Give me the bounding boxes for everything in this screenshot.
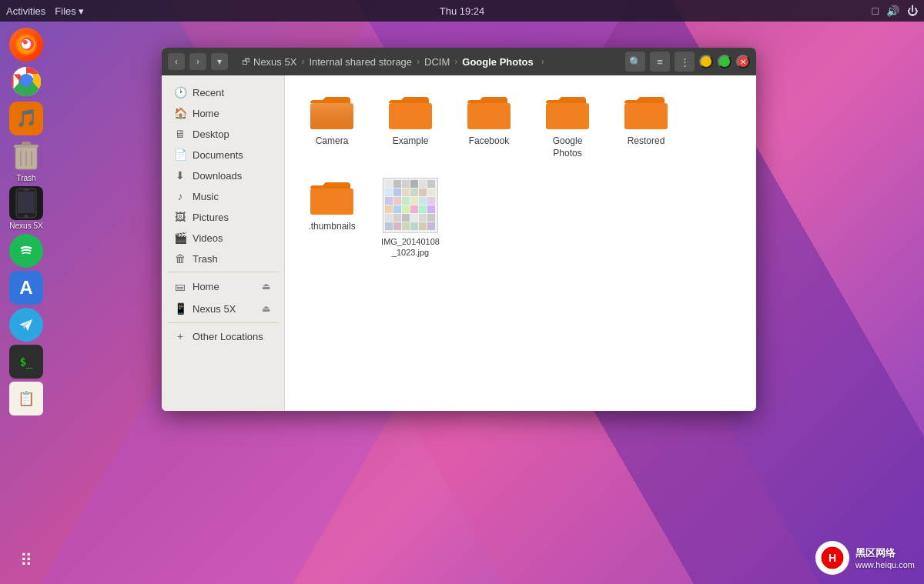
window-minimize-button[interactable] bbox=[699, 55, 713, 68]
chrome-icon bbox=[9, 65, 43, 98]
sidebar-divider-1 bbox=[168, 272, 278, 272]
svg-rect-37 bbox=[393, 197, 401, 205]
google-photos-folder-icon bbox=[544, 92, 591, 132]
activities-button[interactable]: Activities bbox=[6, 5, 45, 17]
svg-rect-22 bbox=[310, 189, 353, 215]
svg-rect-20 bbox=[546, 103, 589, 129]
dock-item-rhythmbox[interactable]: 🎵 bbox=[8, 102, 45, 135]
topbar-left: Activities Files ▾ bbox=[6, 5, 84, 17]
system-clock: Thu 19:24 bbox=[440, 5, 485, 17]
nav-back-button[interactable]: ‹ bbox=[168, 53, 185, 70]
breadcrumb-internal-storage[interactable]: Internal shared storage bbox=[304, 55, 417, 69]
sidebar-item-other-locations[interactable]: + Other Locations bbox=[165, 326, 281, 346]
telegram-icon bbox=[9, 308, 43, 342]
nav-forward-button[interactable]: › bbox=[189, 53, 206, 70]
sidebar-item-documents[interactable]: 📄 Documents bbox=[165, 145, 281, 165]
folder-thumbnails[interactable]: .thumbnails bbox=[297, 173, 367, 263]
dock-item-files[interactable]: 📋 bbox=[8, 382, 45, 415]
folder-camera[interactable]: Camera bbox=[297, 88, 367, 164]
trash-dock-icon bbox=[9, 138, 43, 172]
window-menu-button[interactable]: ⋮ bbox=[675, 52, 695, 72]
svg-rect-50 bbox=[402, 214, 410, 222]
svg-rect-34 bbox=[419, 189, 427, 196]
window-maximize-button[interactable] bbox=[718, 55, 732, 68]
breadcrumb-nexus5x[interactable]: 🗗 Nexus 5X bbox=[237, 55, 301, 69]
window-close-button[interactable]: ✕ bbox=[736, 55, 750, 68]
svg-rect-11 bbox=[18, 192, 35, 213]
svg-rect-45 bbox=[410, 205, 418, 213]
power-icon[interactable]: ⏻ bbox=[907, 5, 918, 17]
watermark-site: www.heiqu.com bbox=[855, 560, 915, 569]
sidebar-item-recent[interactable]: 🕐 Recent bbox=[165, 82, 281, 102]
svg-rect-51 bbox=[410, 214, 418, 222]
dock-item-appstore[interactable]: A bbox=[8, 271, 45, 305]
svg-rect-24 bbox=[385, 180, 393, 188]
home-drive-icon: 🖴 bbox=[174, 280, 186, 292]
folder-google-photos[interactable]: Google Photos bbox=[533, 88, 602, 164]
sidebar-item-trash[interactable]: 🗑 Trash bbox=[165, 249, 281, 269]
spotify-icon bbox=[9, 234, 43, 268]
svg-rect-49 bbox=[393, 214, 401, 222]
folder-grid: Camera Example bbox=[297, 88, 744, 263]
thumbnails-folder-label: .thumbnails bbox=[308, 221, 355, 233]
sidebar-item-nexus5x-drive[interactable]: 📱 Nexus 5X ⏏ bbox=[165, 298, 281, 319]
watermark-brand: 黑区网络 bbox=[855, 546, 896, 560]
folder-facebook[interactable]: Facebook bbox=[454, 88, 524, 164]
svg-rect-13 bbox=[23, 189, 29, 191]
svg-rect-41 bbox=[427, 197, 435, 205]
svg-rect-59 bbox=[427, 222, 435, 230]
svg-rect-39 bbox=[410, 197, 418, 205]
music-icon: ♪ bbox=[174, 190, 186, 202]
folder-restored[interactable]: Restored bbox=[611, 88, 681, 164]
folder-example[interactable]: Example bbox=[376, 88, 445, 164]
dock-item-chrome[interactable] bbox=[8, 65, 45, 98]
other-locations-icon: + bbox=[174, 330, 186, 342]
eject-nexus5x-button[interactable]: ⏏ bbox=[260, 302, 272, 315]
sidebar-item-videos[interactable]: 🎬 Videos bbox=[165, 228, 281, 248]
breadcrumb-google-photos[interactable]: Google Photos bbox=[457, 55, 537, 69]
sidebar-item-downloads[interactable]: ⬇ Downloads bbox=[165, 165, 281, 185]
eject-home-button[interactable]: ⏏ bbox=[260, 279, 272, 293]
sidebar-item-home-drive[interactable]: 🖴 Home ⏏ bbox=[165, 275, 281, 297]
files-menu-button[interactable]: Files ▾ bbox=[55, 5, 84, 17]
topbar-right: □ 🔊 ⏻ bbox=[872, 5, 918, 17]
sidebar-item-home[interactable]: 🏠 Home bbox=[165, 103, 281, 123]
list-view-button[interactable]: ≡ bbox=[650, 52, 670, 72]
nav-history-button[interactable]: ▾ bbox=[211, 53, 228, 70]
svg-rect-29 bbox=[427, 180, 435, 188]
file-img[interactable]: IMG_20140108_1023.jpg bbox=[376, 173, 445, 263]
svg-rect-40 bbox=[419, 197, 427, 205]
downloads-icon: ⬇ bbox=[174, 169, 186, 182]
restored-folder-icon bbox=[623, 92, 669, 132]
facebook-folder-label: Facebook bbox=[469, 135, 510, 148]
svg-rect-25 bbox=[393, 180, 401, 188]
videos-icon: 🎬 bbox=[174, 232, 186, 244]
svg-point-12 bbox=[25, 215, 28, 218]
restored-folder-label: Restored bbox=[628, 135, 665, 148]
sidebar-item-pictures[interactable]: 🖼 Pictures bbox=[165, 207, 281, 227]
volume-icon[interactable]: 🔊 bbox=[886, 5, 899, 17]
svg-rect-28 bbox=[419, 180, 427, 188]
dock-item-telegram[interactable] bbox=[8, 308, 45, 342]
svg-rect-32 bbox=[402, 189, 410, 196]
svg-rect-18 bbox=[389, 103, 432, 129]
svg-rect-56 bbox=[402, 222, 410, 230]
files-icon: 📋 bbox=[9, 382, 43, 415]
dock-item-nexus5x[interactable]: Nexus 5X bbox=[8, 186, 45, 231]
example-folder-label: Example bbox=[393, 135, 429, 148]
sidebar-divider-2 bbox=[168, 322, 278, 323]
trash-dock-label: Trash bbox=[16, 174, 35, 183]
sidebar-item-desktop[interactable]: 🖥 Desktop bbox=[165, 124, 281, 144]
sidebar-item-music[interactable]: ♪ Music bbox=[165, 186, 281, 206]
dock-item-spotify[interactable] bbox=[8, 234, 45, 268]
dock-item-firefox[interactable] bbox=[8, 28, 45, 62]
search-button[interactable]: 🔍 bbox=[625, 52, 645, 72]
screen-icon[interactable]: □ bbox=[872, 5, 879, 17]
svg-rect-52 bbox=[419, 214, 427, 222]
svg-rect-42 bbox=[385, 205, 393, 213]
dock-item-terminal[interactable]: $_ bbox=[8, 345, 45, 379]
dock-item-trash[interactable]: Trash bbox=[8, 138, 45, 183]
breadcrumb-dcim[interactable]: DCIM bbox=[420, 55, 454, 69]
dock-item-allapps[interactable]: ⠿ bbox=[8, 544, 45, 578]
recent-icon: 🕐 bbox=[174, 86, 186, 98]
